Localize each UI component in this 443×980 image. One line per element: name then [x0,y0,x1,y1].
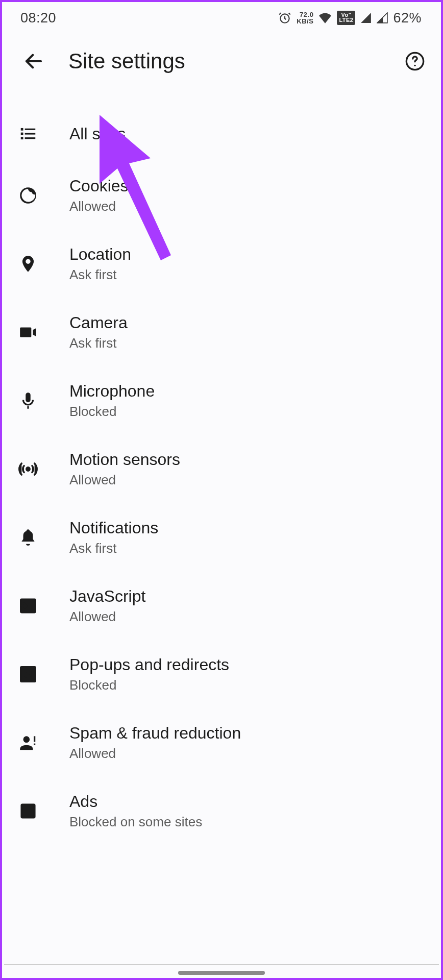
setting-microphone[interactable]: Microphone Blocked [0,366,443,435]
svg-rect-5 [25,129,36,130]
svg-rect-18 [34,736,35,742]
setting-camera[interactable]: Camera Ask first [0,298,443,366]
motion-icon [18,459,69,479]
netspeed-indicator: 72.0 KB/S [297,11,313,24]
svg-point-17 [23,736,30,743]
signal-icon-2 [377,12,388,23]
setting-location[interactable]: Location Ask first [0,230,443,298]
setting-notifications[interactable]: Notifications Ask first [0,503,443,572]
svg-point-14 [27,468,30,471]
help-icon [405,51,425,71]
status-time: 08:20 [20,10,278,26]
setting-label: Ads [69,792,202,811]
setting-label: Pop-ups and redirects [69,655,229,674]
app-header: Site settings [0,36,443,87]
volte-icon: Vo" LTE2 [337,11,355,25]
arrow-left-icon [23,51,44,72]
setting-ads[interactable]: Ads Blocked on some sites [0,777,443,845]
signal-icon-1 [360,12,372,23]
setting-label: Spam & fraud reduction [69,724,241,743]
setting-spam-fraud[interactable]: Spam & fraud reduction Allowed [0,708,443,777]
svg-rect-8 [21,137,23,139]
list-icon [18,124,69,143]
popup-icon [18,665,69,684]
setting-popups[interactable]: Pop-ups and redirects Blocked [0,640,443,708]
svg-point-3 [414,65,415,66]
svg-rect-20 [21,804,34,817]
setting-sublabel: Blocked [69,404,155,420]
help-button[interactable] [402,48,428,74]
setting-label: Camera [69,313,128,332]
svg-point-12 [29,196,31,199]
settings-list: All sites Cookies Allowed Location Ask f… [0,87,443,845]
setting-javascript[interactable]: JavaScript Allowed [0,572,443,640]
javascript-icon [18,596,69,616]
setting-label: Cookies [69,177,129,195]
svg-rect-9 [25,137,36,139]
setting-sublabel: Allowed [69,472,180,488]
setting-sublabel: Blocked on some sites [69,814,202,830]
setting-sublabel: Ask first [69,267,131,283]
page-title: Site settings [68,49,402,74]
wifi-icon [318,12,332,23]
back-button[interactable] [18,46,49,77]
bell-icon [18,528,69,547]
gesture-bar [178,971,265,975]
setting-label: All sites [69,125,126,143]
divider [4,964,439,965]
svg-rect-4 [21,128,23,131]
person-alert-icon [18,733,69,752]
setting-label: Microphone [69,382,155,401]
setting-label: JavaScript [69,587,145,606]
svg-point-11 [23,197,26,199]
setting-label: Location [69,245,131,264]
setting-sublabel: Ask first [69,335,128,351]
battery-text: 62% [393,10,422,26]
setting-label: Notifications [69,519,158,537]
status-bar: 08:20 72.0 KB/S Vo" LTE2 62% [0,0,443,36]
svg-rect-6 [21,133,23,135]
svg-rect-7 [25,133,36,134]
setting-sublabel: Ask first [69,541,158,556]
setting-sublabel: Blocked [69,677,229,693]
setting-label: Motion sensors [69,450,180,469]
cookie-icon [18,186,69,205]
status-right: 72.0 KB/S Vo" LTE2 62% [278,10,422,26]
svg-point-10 [24,192,27,194]
setting-motion-sensors[interactable]: Motion sensors Allowed [0,435,443,503]
setting-all-sites[interactable]: All sites [0,106,443,161]
setting-sublabel: Allowed [69,746,241,762]
svg-rect-19 [34,744,35,745]
setting-sublabel: Allowed [69,199,129,214]
microphone-icon [18,391,69,410]
location-icon [18,254,69,274]
ads-icon [18,801,69,821]
svg-point-13 [28,200,30,202]
camera-icon [18,323,69,342]
setting-sublabel: Allowed [69,609,145,625]
setting-cookies[interactable]: Cookies Allowed [0,161,443,230]
alarm-icon [278,11,291,24]
